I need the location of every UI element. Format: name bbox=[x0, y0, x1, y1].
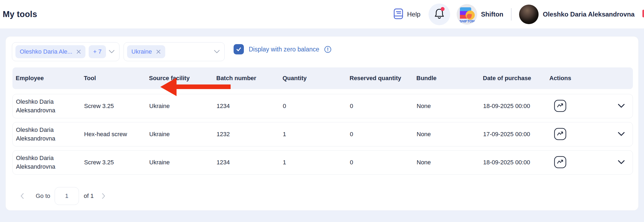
tool-activity-button[interactable] bbox=[554, 128, 566, 141]
table-header-row: EmployeeToolSource facilityBatch numberQ… bbox=[12, 67, 633, 89]
next-page-button[interactable] bbox=[101, 192, 106, 200]
top-bar-right: Help SHIFTON Shifton Oleshko Daria Aleks… bbox=[393, 0, 635, 28]
activity-trend-icon bbox=[554, 128, 566, 141]
employee-more-label: + 7 bbox=[93, 48, 101, 55]
cell-reserved: 0 bbox=[347, 130, 413, 139]
table-row: Oleshko Daria AleksandrovnaHex-head scre… bbox=[12, 122, 633, 146]
employee-more-chip[interactable]: + 7 bbox=[89, 45, 106, 58]
help-book-icon bbox=[393, 8, 404, 21]
header-divider bbox=[511, 8, 512, 21]
table-row: Oleshko Daria AleksandrovnaScrew 3.25Ukr… bbox=[12, 94, 633, 118]
table-body: Oleshko Daria AleksandrovnaScrew 3.25Ukr… bbox=[12, 94, 633, 178]
cell-employee: Oleshko Daria Aleksandrovna bbox=[13, 126, 81, 143]
cell-quantity: 1 bbox=[280, 130, 347, 139]
cell-bundle: None bbox=[413, 102, 480, 110]
user-name[interactable]: Oleshko Daria Aleksandrovna bbox=[543, 11, 635, 18]
help-label: Help bbox=[407, 11, 420, 18]
chevron-down-icon bbox=[618, 160, 625, 165]
cell-actions bbox=[546, 151, 633, 174]
expand-row-button[interactable] bbox=[618, 132, 625, 137]
column-header-batch-number: Batch number bbox=[213, 74, 279, 83]
tool-activity-button[interactable] bbox=[554, 100, 566, 113]
cell-actions bbox=[546, 122, 633, 146]
logo-wordmark: SHIFTON bbox=[457, 19, 477, 23]
pagination: Go to of 1 bbox=[12, 186, 106, 206]
cell-batch: 1234 bbox=[213, 158, 280, 167]
goto-label: Go to bbox=[36, 192, 50, 200]
notifications-button[interactable] bbox=[429, 4, 450, 25]
cell-tool: Screw 3.25 bbox=[81, 102, 146, 110]
zero-balance-checkbox[interactable] bbox=[234, 44, 244, 54]
table-row: Oleshko Daria AleksandrovnaScrew 3.25Ukr… bbox=[12, 150, 633, 175]
column-header-quantity: Quantity bbox=[279, 74, 346, 83]
cell-quantity: 0 bbox=[280, 102, 347, 110]
help-button[interactable]: Help bbox=[393, 8, 420, 21]
expand-row-button[interactable] bbox=[618, 160, 625, 165]
employee-chip-label: Oleshko Daria Ale... bbox=[20, 48, 72, 55]
remove-employee-chip-icon[interactable] bbox=[76, 49, 81, 54]
facility-filter-chip: Ukraine bbox=[127, 45, 165, 58]
cell-facility: Ukraine bbox=[146, 130, 213, 139]
facility-filter-dropdown[interactable]: Ukraine bbox=[124, 42, 225, 61]
cell-date: 17-09-2025 00:00 bbox=[480, 130, 546, 139]
cell-reserved: 0 bbox=[347, 102, 413, 110]
cell-date: 18-09-2025 00:00 bbox=[480, 158, 546, 167]
employee-filter-dropdown[interactable]: Oleshko Daria Ale... + 7 bbox=[12, 42, 119, 61]
tool-activity-button[interactable] bbox=[554, 156, 566, 169]
clipped-edge-badge bbox=[642, 10, 644, 17]
info-icon[interactable] bbox=[324, 46, 331, 53]
facility-chip-label: Ukraine bbox=[131, 48, 152, 55]
cell-tool: Hex-head screw bbox=[81, 130, 146, 139]
chevron-down-icon bbox=[618, 132, 625, 137]
cell-employee: Oleshko Daria Aleksandrovna bbox=[13, 154, 81, 171]
shifton-logo[interactable]: SHIFTON bbox=[457, 4, 477, 25]
chevron-down-icon bbox=[214, 50, 220, 55]
column-header-reserved-quantity: Reserved quantity bbox=[346, 74, 413, 83]
user-avatar[interactable] bbox=[519, 5, 539, 24]
column-header-employee: Employee bbox=[12, 74, 81, 83]
top-bar: My tools Help bbox=[0, 0, 644, 28]
column-header-bundle: Bundle bbox=[413, 74, 480, 83]
cell-facility: Ukraine bbox=[146, 102, 213, 110]
cell-tool: Screw 3.25 bbox=[81, 158, 146, 167]
page-title: My tools bbox=[0, 9, 37, 19]
chevron-down-icon bbox=[618, 103, 625, 109]
activity-trend-icon bbox=[554, 100, 566, 113]
chevron-down-icon bbox=[108, 50, 115, 55]
page-number-input[interactable] bbox=[55, 187, 79, 205]
remove-facility-chip-icon[interactable] bbox=[156, 49, 161, 54]
cell-actions bbox=[546, 94, 633, 118]
cell-reserved: 0 bbox=[347, 158, 413, 167]
column-header-date-of-purchase: Date of purchase bbox=[480, 74, 546, 83]
column-header-source-facility: Source facility bbox=[146, 74, 213, 83]
zero-balance-label[interactable]: Display with zero balance bbox=[249, 46, 319, 53]
column-header-tool: Tool bbox=[81, 74, 146, 83]
zero-balance-control: Display with zero balance bbox=[234, 44, 331, 54]
column-header-actions: Actions bbox=[546, 74, 633, 83]
cell-batch: 1234 bbox=[213, 102, 280, 110]
brand-label: Shifton bbox=[481, 11, 503, 18]
activity-trend-icon bbox=[554, 156, 566, 169]
cell-facility: Ukraine bbox=[146, 158, 213, 167]
previous-page-button[interactable] bbox=[19, 192, 25, 200]
cell-bundle: None bbox=[413, 130, 480, 139]
employee-filter-chip: Oleshko Daria Ale... bbox=[15, 45, 85, 58]
cell-employee: Oleshko Daria Aleksandrovna bbox=[13, 97, 81, 115]
cell-batch: 1232 bbox=[213, 130, 280, 139]
expand-row-button[interactable] bbox=[618, 103, 625, 109]
cell-date: 18-09-2025 00:00 bbox=[480, 102, 546, 110]
cell-quantity: 1 bbox=[280, 158, 347, 167]
my-tools-panel: Oleshko Daria Ale... + 7 Ukraine bbox=[5, 36, 639, 211]
bell-icon bbox=[431, 6, 447, 23]
cell-bundle: None bbox=[413, 158, 480, 167]
of-total-label: of 1 bbox=[84, 192, 94, 200]
